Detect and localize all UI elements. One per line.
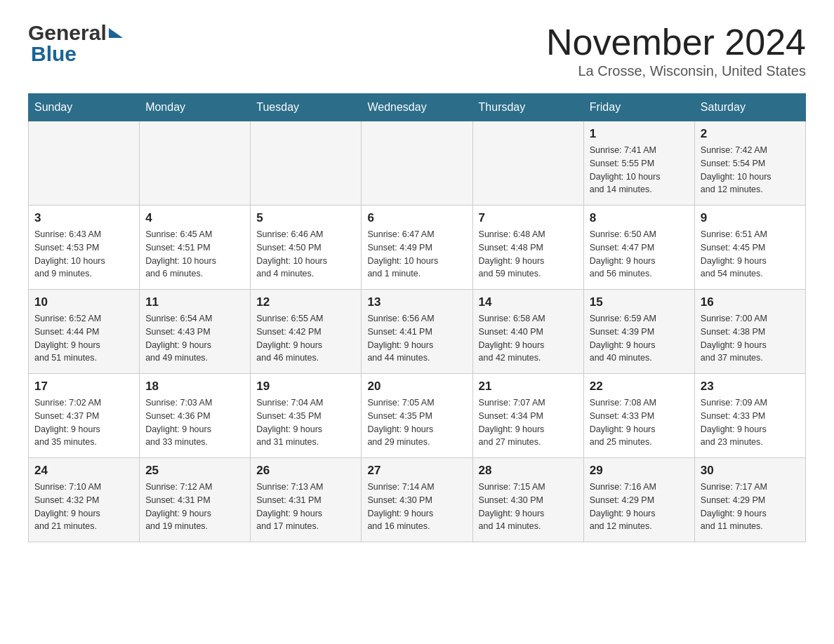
- calendar-week-row: 10Sunrise: 6:52 AMSunset: 4:44 PMDayligh…: [29, 290, 806, 374]
- weekday-header: Sunday: [29, 94, 140, 121]
- day-number: 29: [590, 464, 689, 478]
- logo-general: General: [28, 21, 107, 45]
- calendar-day-cell: 4Sunrise: 6:45 AMSunset: 4:51 PMDaylight…: [140, 206, 251, 290]
- day-sun-info: Sunrise: 7:14 AMSunset: 4:30 PMDaylight:…: [367, 481, 466, 533]
- day-number: 12: [256, 295, 355, 309]
- day-number: 17: [34, 380, 133, 394]
- day-sun-info: Sunrise: 6:56 AMSunset: 4:41 PMDaylight:…: [367, 312, 466, 365]
- calendar-week-row: 17Sunrise: 7:02 AMSunset: 4:37 PMDayligh…: [29, 374, 806, 458]
- logo-arrow-icon: [109, 28, 123, 38]
- day-number: 27: [367, 464, 466, 478]
- calendar-week-row: 24Sunrise: 7:10 AMSunset: 4:32 PMDayligh…: [29, 458, 806, 542]
- day-sun-info: Sunrise: 6:47 AMSunset: 4:49 PMDaylight:…: [367, 228, 466, 281]
- day-number: 9: [701, 211, 800, 225]
- calendar-day-cell: 12Sunrise: 6:55 AMSunset: 4:42 PMDayligh…: [251, 290, 362, 374]
- day-sun-info: Sunrise: 7:04 AMSunset: 4:35 PMDaylight:…: [256, 396, 355, 449]
- day-number: 18: [145, 380, 244, 394]
- day-sun-info: Sunrise: 7:03 AMSunset: 4:36 PMDaylight:…: [145, 396, 244, 449]
- calendar-day-cell: 9Sunrise: 6:51 AMSunset: 4:45 PMDaylight…: [694, 206, 805, 290]
- calendar-day-cell: [140, 121, 251, 206]
- calendar-week-row: 3Sunrise: 6:43 AMSunset: 4:53 PMDaylight…: [29, 206, 806, 290]
- weekday-header: Thursday: [472, 94, 583, 121]
- calendar-day-cell: [362, 121, 472, 206]
- calendar-day-cell: 7Sunrise: 6:48 AMSunset: 4:48 PMDaylight…: [472, 206, 583, 290]
- calendar-table: SundayMondayTuesdayWednesdayThursdayFrid…: [28, 93, 806, 542]
- day-sun-info: Sunrise: 7:17 AMSunset: 4:29 PMDaylight:…: [701, 481, 800, 533]
- day-number: 7: [479, 211, 578, 225]
- calendar-week-row: 1Sunrise: 7:41 AMSunset: 5:55 PMDaylight…: [29, 121, 806, 206]
- calendar-day-cell: 14Sunrise: 6:58 AMSunset: 4:40 PMDayligh…: [472, 290, 583, 374]
- day-number: 21: [479, 380, 578, 394]
- day-sun-info: Sunrise: 6:54 AMSunset: 4:43 PMDaylight:…: [145, 312, 244, 365]
- day-number: 28: [479, 464, 578, 478]
- logo: General Blue: [28, 21, 123, 66]
- day-sun-info: Sunrise: 7:15 AMSunset: 4:30 PMDaylight:…: [479, 481, 578, 533]
- day-number: 8: [590, 211, 689, 225]
- day-number: 25: [145, 464, 244, 478]
- day-number: 11: [145, 295, 244, 309]
- calendar-day-cell: 6Sunrise: 6:47 AMSunset: 4:49 PMDaylight…: [362, 206, 472, 290]
- day-number: 23: [701, 380, 800, 394]
- day-number: 16: [701, 295, 800, 309]
- day-sun-info: Sunrise: 7:16 AMSunset: 4:29 PMDaylight:…: [590, 481, 689, 533]
- calendar-day-cell: 24Sunrise: 7:10 AMSunset: 4:32 PMDayligh…: [29, 458, 140, 542]
- calendar-day-cell: 21Sunrise: 7:07 AMSunset: 4:34 PMDayligh…: [472, 374, 583, 458]
- day-number: 1: [590, 127, 689, 141]
- day-sun-info: Sunrise: 7:02 AMSunset: 4:37 PMDaylight:…: [34, 396, 133, 449]
- day-number: 3: [34, 211, 133, 225]
- day-sun-info: Sunrise: 7:42 AMSunset: 5:54 PMDaylight:…: [701, 144, 800, 196]
- calendar-day-cell: 1Sunrise: 7:41 AMSunset: 5:55 PMDaylight…: [583, 121, 694, 206]
- day-sun-info: Sunrise: 6:48 AMSunset: 4:48 PMDaylight:…: [479, 228, 578, 281]
- calendar-day-cell: 16Sunrise: 7:00 AMSunset: 4:38 PMDayligh…: [694, 290, 805, 374]
- calendar-day-cell: 17Sunrise: 7:02 AMSunset: 4:37 PMDayligh…: [29, 374, 140, 458]
- calendar-day-cell: 25Sunrise: 7:12 AMSunset: 4:31 PMDayligh…: [140, 458, 251, 542]
- day-sun-info: Sunrise: 7:09 AMSunset: 4:33 PMDaylight:…: [701, 396, 800, 449]
- calendar-day-cell: [29, 121, 140, 206]
- day-number: 13: [367, 295, 466, 309]
- day-number: 26: [256, 464, 355, 478]
- day-sun-info: Sunrise: 6:50 AMSunset: 4:47 PMDaylight:…: [590, 228, 689, 281]
- day-sun-info: Sunrise: 7:10 AMSunset: 4:32 PMDaylight:…: [34, 481, 133, 533]
- day-number: 2: [701, 127, 800, 141]
- day-sun-info: Sunrise: 6:58 AMSunset: 4:40 PMDaylight:…: [479, 312, 578, 365]
- page-header: General Blue November 2024 La Crosse, Wi…: [28, 21, 806, 79]
- day-sun-info: Sunrise: 7:07 AMSunset: 4:34 PMDaylight:…: [479, 396, 578, 449]
- day-number: 19: [256, 380, 355, 394]
- calendar-day-cell: 27Sunrise: 7:14 AMSunset: 4:30 PMDayligh…: [362, 458, 472, 542]
- weekday-header: Tuesday: [251, 94, 362, 121]
- month-title: November 2024: [546, 21, 806, 63]
- day-number: 14: [479, 295, 578, 309]
- calendar-day-cell: 15Sunrise: 6:59 AMSunset: 4:39 PMDayligh…: [583, 290, 694, 374]
- day-number: 5: [256, 211, 355, 225]
- day-sun-info: Sunrise: 6:43 AMSunset: 4:53 PMDaylight:…: [34, 228, 133, 281]
- day-number: 6: [367, 211, 466, 225]
- calendar-day-cell: 26Sunrise: 7:13 AMSunset: 4:31 PMDayligh…: [251, 458, 362, 542]
- location: La Crosse, Wisconsin, United States: [546, 63, 806, 79]
- day-sun-info: Sunrise: 7:41 AMSunset: 5:55 PMDaylight:…: [590, 144, 689, 196]
- day-sun-info: Sunrise: 7:08 AMSunset: 4:33 PMDaylight:…: [590, 396, 689, 449]
- day-sun-info: Sunrise: 6:45 AMSunset: 4:51 PMDaylight:…: [145, 228, 244, 281]
- calendar-day-cell: 5Sunrise: 6:46 AMSunset: 4:50 PMDaylight…: [251, 206, 362, 290]
- day-sun-info: Sunrise: 6:55 AMSunset: 4:42 PMDaylight:…: [256, 312, 355, 365]
- calendar-day-cell: 20Sunrise: 7:05 AMSunset: 4:35 PMDayligh…: [362, 374, 472, 458]
- day-sun-info: Sunrise: 6:52 AMSunset: 4:44 PMDaylight:…: [34, 312, 133, 365]
- calendar-day-cell: 2Sunrise: 7:42 AMSunset: 5:54 PMDaylight…: [694, 121, 805, 206]
- weekday-header: Monday: [140, 94, 251, 121]
- day-number: 22: [590, 380, 689, 394]
- calendar-day-cell: 29Sunrise: 7:16 AMSunset: 4:29 PMDayligh…: [583, 458, 694, 542]
- calendar-day-cell: 28Sunrise: 7:15 AMSunset: 4:30 PMDayligh…: [472, 458, 583, 542]
- calendar-day-cell: 10Sunrise: 6:52 AMSunset: 4:44 PMDayligh…: [29, 290, 140, 374]
- day-sun-info: Sunrise: 7:00 AMSunset: 4:38 PMDaylight:…: [701, 312, 800, 365]
- calendar-day-cell: 3Sunrise: 6:43 AMSunset: 4:53 PMDaylight…: [29, 206, 140, 290]
- calendar-day-cell: 23Sunrise: 7:09 AMSunset: 4:33 PMDayligh…: [694, 374, 805, 458]
- day-sun-info: Sunrise: 7:12 AMSunset: 4:31 PMDaylight:…: [145, 481, 244, 533]
- calendar-day-cell: 22Sunrise: 7:08 AMSunset: 4:33 PMDayligh…: [583, 374, 694, 458]
- calendar-day-cell: 19Sunrise: 7:04 AMSunset: 4:35 PMDayligh…: [251, 374, 362, 458]
- calendar-day-cell: [472, 121, 583, 206]
- day-number: 15: [590, 295, 689, 309]
- calendar-day-cell: 18Sunrise: 7:03 AMSunset: 4:36 PMDayligh…: [140, 374, 251, 458]
- day-number: 30: [701, 464, 800, 478]
- day-number: 4: [145, 211, 244, 225]
- logo-blue: Blue: [28, 42, 77, 66]
- day-number: 10: [34, 295, 133, 309]
